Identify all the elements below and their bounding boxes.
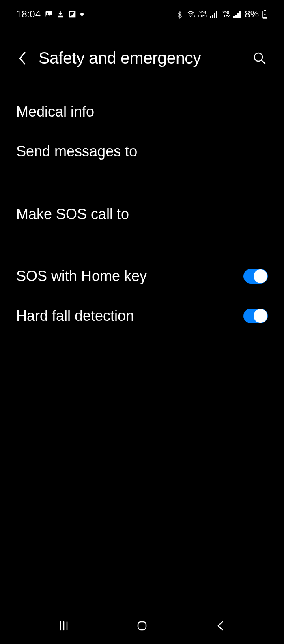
notification-dot-icon — [80, 13, 84, 16]
page-title: Safety and emergency — [39, 49, 241, 68]
svg-rect-5 — [210, 16, 211, 18]
search-button[interactable] — [252, 50, 268, 66]
svg-rect-7 — [214, 13, 215, 18]
status-time: 18:04 — [16, 9, 41, 20]
nav-back-button[interactable] — [210, 616, 230, 636]
page-header: Safety and emergency — [0, 28, 284, 80]
svg-line-17 — [262, 60, 265, 64]
home-button[interactable] — [132, 616, 152, 636]
navigation-bar — [0, 608, 284, 644]
bluetooth-icon — [176, 10, 183, 19]
sos-home-key-toggle[interactable] — [243, 269, 268, 284]
status-bar-left: 18:04 — [16, 9, 84, 20]
toggle-knob — [254, 309, 267, 323]
volte1-indicator: Vo)) LTE1 — [198, 11, 207, 18]
hard-fall-detection-toggle[interactable] — [243, 309, 268, 323]
svg-rect-10 — [235, 15, 237, 18]
svg-rect-12 — [239, 11, 241, 18]
svg-point-1 — [47, 13, 48, 14]
sos-call-item[interactable]: Make SOS call to — [0, 194, 284, 234]
battery-charging-icon — [262, 10, 268, 19]
svg-rect-21 — [138, 622, 146, 630]
sos-home-key-item[interactable]: SOS with Home key — [0, 256, 284, 296]
status-bar-right: + Vo)) LTE1 Vo)) LTE2 8% — [176, 9, 268, 20]
hard-fall-detection-item[interactable]: Hard fall detection — [0, 296, 284, 336]
svg-point-3 — [190, 16, 191, 17]
svg-rect-11 — [237, 13, 239, 18]
setting-label: Hard fall detection — [16, 307, 134, 324]
svg-text:+: + — [194, 15, 195, 18]
setting-label: Send messages to — [16, 143, 137, 160]
wifi-icon: + — [186, 11, 195, 18]
recents-icon — [58, 620, 69, 631]
home-icon — [136, 620, 148, 631]
recents-button[interactable] — [54, 616, 74, 636]
signal2-icon — [233, 11, 241, 18]
svg-rect-14 — [264, 10, 266, 11]
setting-label: Medical info — [16, 103, 94, 120]
medical-info-item[interactable]: Medical info — [0, 92, 284, 132]
svg-rect-15 — [263, 17, 267, 18]
chevron-left-icon — [18, 52, 26, 65]
svg-rect-6 — [212, 15, 213, 18]
back-button[interactable] — [16, 52, 28, 64]
setting-label: SOS with Home key — [16, 268, 147, 285]
setting-label: Make SOS call to — [16, 206, 129, 223]
section-spacer — [0, 234, 284, 256]
flipboard-icon — [68, 10, 76, 18]
svg-point-16 — [254, 53, 262, 61]
settings-list: Medical info Send messages to Make SOS c… — [0, 80, 284, 348]
svg-rect-8 — [216, 11, 217, 18]
signal1-icon — [210, 11, 218, 18]
status-bar: 18:04 + Vo)) LTE1 Vo)) LTE2 — [0, 0, 284, 28]
toggle-knob — [254, 269, 267, 283]
gallery-icon — [45, 10, 53, 18]
volte2-indicator: Vo)) LTE2 — [222, 11, 230, 18]
svg-rect-9 — [233, 16, 235, 18]
send-messages-item[interactable]: Send messages to — [0, 132, 284, 194]
battery-percent: 8% — [245, 9, 259, 20]
download-icon — [57, 10, 64, 18]
chevron-left-icon — [216, 620, 224, 631]
search-icon — [253, 52, 266, 65]
